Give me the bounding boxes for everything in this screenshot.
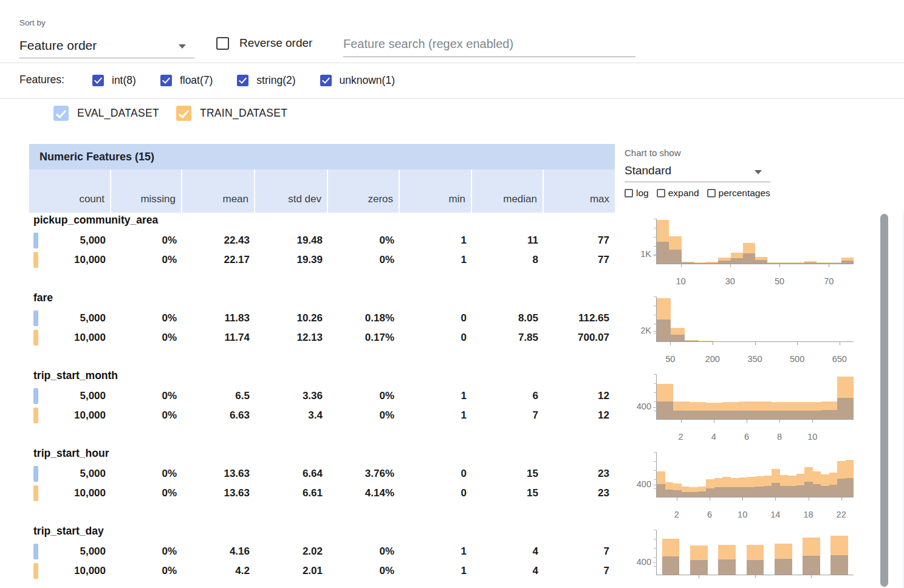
histogram-bar bbox=[722, 487, 731, 497]
x-axis-tick bbox=[681, 264, 682, 267]
histogram-bar bbox=[698, 491, 707, 497]
histogram-bin bbox=[755, 452, 764, 497]
histogram-bin bbox=[682, 452, 690, 497]
chart-option-log[interactable]: log bbox=[625, 188, 649, 199]
stat-max: 112.65 bbox=[544, 309, 615, 328]
checkbox[interactable] bbox=[92, 75, 104, 86]
stat-value: 2.02 bbox=[303, 545, 323, 558]
histogram-bar bbox=[837, 479, 846, 497]
y-axis-tick bbox=[654, 557, 657, 558]
x-tick-label: 10 bbox=[738, 510, 747, 519]
checkbox[interactable] bbox=[320, 75, 332, 86]
feature-type-filter-string[interactable]: string(2) bbox=[237, 74, 295, 87]
stat-value: 0% bbox=[162, 468, 177, 480]
y-axis-tick bbox=[654, 479, 657, 480]
checkbox[interactable] bbox=[625, 189, 633, 197]
histogram-bin bbox=[706, 452, 714, 497]
histogram-bar bbox=[792, 263, 804, 264]
checkbox[interactable] bbox=[657, 189, 665, 197]
eval-dataset-swatch bbox=[33, 544, 38, 559]
stat-value: 10,000 bbox=[74, 254, 106, 266]
stat-value: 0% bbox=[162, 409, 177, 422]
checkbox[interactable] bbox=[707, 189, 716, 197]
checkbox[interactable] bbox=[237, 75, 248, 86]
feature-search-field[interactable]: Feature search (regex enabled) bbox=[343, 32, 635, 57]
stat-value: 1 bbox=[461, 254, 467, 266]
stat-value: 0% bbox=[162, 312, 177, 324]
histogram-bin bbox=[682, 219, 694, 264]
x-axis-tick bbox=[755, 575, 756, 578]
histogram-bin bbox=[657, 219, 669, 264]
checkbox[interactable] bbox=[160, 75, 172, 86]
histogram-bin bbox=[780, 452, 789, 497]
reverse-order-toggle[interactable]: Reverse order bbox=[216, 35, 312, 52]
dataset-label: TRAIN_DATASET bbox=[200, 107, 287, 120]
histogram-bin bbox=[657, 530, 685, 575]
x-tick-label: 50 bbox=[665, 354, 675, 364]
stat-max: 12 bbox=[544, 406, 615, 425]
histogram-bar bbox=[841, 261, 854, 264]
feature-trip_start_day: trip_start_day5,0000%4.162.020%14710,000… bbox=[29, 524, 880, 588]
histogram-bin bbox=[718, 219, 730, 264]
stat-missing: 0% bbox=[111, 484, 182, 503]
eval-bars-layer bbox=[657, 530, 854, 575]
dataset-legend: EVAL_DATASETTRAIN_DATASET bbox=[53, 106, 287, 121]
feature-type-filter-unknown[interactable]: unknown(1) bbox=[320, 74, 395, 87]
stat-value: 22.43 bbox=[224, 234, 250, 247]
stat-median: 8 bbox=[472, 250, 544, 270]
histogram-bar bbox=[743, 253, 755, 264]
histogram-bar bbox=[682, 492, 690, 497]
feature-type-filter-float[interactable]: float(7) bbox=[160, 74, 213, 87]
chart-option-expand[interactable]: expand bbox=[657, 188, 699, 199]
stat-median: 11 bbox=[472, 231, 544, 250]
histogram-bar bbox=[796, 485, 805, 497]
y-axis-tick bbox=[654, 548, 657, 549]
histogram-bin bbox=[817, 219, 829, 264]
x-tick-label: 2 bbox=[679, 432, 683, 442]
stat-value: 15 bbox=[527, 487, 538, 499]
stat-value: 4 bbox=[533, 565, 538, 577]
chart-option-checkboxes: logexpandpercentages bbox=[625, 188, 825, 199]
x-axis-tick bbox=[713, 342, 713, 345]
histogram-bar bbox=[731, 487, 739, 497]
x-axis-tick bbox=[809, 497, 809, 501]
histogram-bar bbox=[804, 482, 813, 497]
stat-value: 5,000 bbox=[80, 390, 106, 402]
train-dataset-swatch bbox=[33, 485, 38, 501]
stat-count: 5,000 bbox=[29, 309, 111, 328]
histogram-bar bbox=[718, 261, 730, 264]
histogram-bin bbox=[671, 296, 685, 341]
sort-by-select[interactable]: Feature order bbox=[19, 34, 194, 58]
stat-std_dev: 6.61 bbox=[255, 484, 328, 503]
stat-value: 112.65 bbox=[578, 312, 609, 324]
stat-value: 10,000 bbox=[74, 409, 106, 422]
dataset-toggle-eval_dataset[interactable]: EVAL_DATASET bbox=[53, 106, 159, 121]
y-axis-label: 400 bbox=[618, 479, 651, 489]
checkbox[interactable] bbox=[53, 106, 69, 121]
histogram-bar bbox=[755, 260, 767, 264]
chart-option-percentages[interactable]: percentages bbox=[707, 188, 770, 199]
column-header-std-dev: std dev bbox=[255, 169, 328, 213]
feature-type-filter-int[interactable]: int(8) bbox=[92, 74, 136, 87]
reverse-order-checkbox[interactable] bbox=[216, 37, 229, 50]
x-axis-tick bbox=[840, 342, 840, 345]
x-axis: 10305070 bbox=[656, 264, 854, 286]
stat-median: 4 bbox=[472, 542, 544, 561]
stat-zeros: 0% bbox=[328, 231, 400, 250]
histogram-bin bbox=[743, 219, 755, 264]
histogram-bin bbox=[826, 530, 854, 575]
stat-value: 0% bbox=[379, 545, 394, 558]
feature-type-label: string(2) bbox=[256, 74, 295, 87]
histogram-bar bbox=[829, 485, 838, 497]
search-placeholder: Feature search (regex enabled) bbox=[343, 32, 635, 56]
y-axis-label: 2K bbox=[618, 326, 651, 335]
checkbox[interactable] bbox=[176, 106, 191, 121]
histogram-bin bbox=[772, 452, 780, 497]
histogram-bin bbox=[713, 296, 727, 341]
chart-type-select[interactable]: Standard bbox=[625, 162, 770, 182]
vertical-scrollbar[interactable] bbox=[880, 214, 888, 587]
stat-max: 7 bbox=[544, 561, 615, 581]
histogram-bin bbox=[829, 452, 838, 497]
stat-value: 8 bbox=[533, 254, 538, 266]
dataset-toggle-train_dataset[interactable]: TRAIN_DATASET bbox=[176, 106, 287, 121]
